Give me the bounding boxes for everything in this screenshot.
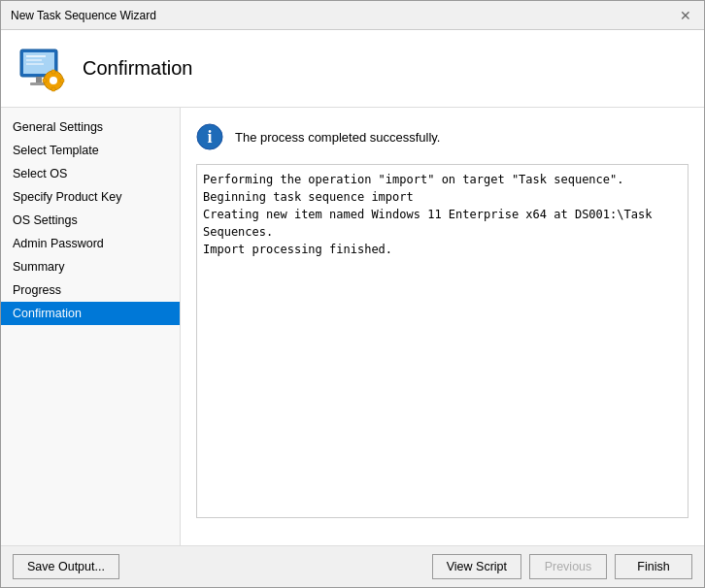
page-title: Confirmation	[83, 57, 192, 80]
main-content: i The process completed successfully. Pe…	[181, 108, 704, 545]
bottom-right-buttons: View Script Previous Finish	[432, 554, 692, 579]
wizard-icon	[17, 44, 67, 94]
sidebar-item-general-settings[interactable]: General Settings	[1, 115, 180, 139]
view-script-button[interactable]: View Script	[432, 554, 521, 579]
sidebar-item-confirmation[interactable]: Confirmation	[1, 302, 180, 325]
previous-button[interactable]: Previous	[529, 554, 607, 579]
info-icon: i	[196, 123, 223, 150]
output-box[interactable]: Performing the operation "import" on tar…	[196, 164, 688, 518]
title-bar: New Task Sequence Wizard ✕	[1, 1, 704, 30]
bottom-left-buttons: Save Output...	[13, 554, 119, 579]
svg-rect-6	[26, 63, 44, 65]
window-title: New Task Sequence Wizard	[11, 9, 156, 22]
header-area: Confirmation	[1, 30, 704, 108]
svg-text:i: i	[207, 127, 212, 147]
sidebar: General Settings Select Template Select …	[1, 108, 181, 545]
svg-rect-9	[51, 70, 55, 74]
sidebar-item-os-settings[interactable]: OS Settings	[1, 209, 180, 232]
svg-point-8	[50, 77, 57, 84]
success-message: The process completed successfully.	[235, 130, 440, 145]
svg-rect-11	[43, 79, 47, 82]
bottom-bar: Save Output... View Script Previous Fini…	[1, 545, 704, 587]
wizard-window: New Task Sequence Wizard ✕	[0, 0, 705, 588]
sidebar-item-select-os[interactable]: Select OS	[1, 162, 180, 185]
content-area: General Settings Select Template Select …	[1, 108, 704, 545]
sidebar-item-select-template[interactable]: Select Template	[1, 139, 180, 162]
save-output-button[interactable]: Save Output...	[13, 554, 119, 579]
svg-rect-2	[36, 77, 42, 82]
sidebar-item-specify-product-key[interactable]: Specify Product Key	[1, 185, 180, 209]
close-button[interactable]: ✕	[677, 7, 694, 24]
svg-rect-12	[60, 79, 64, 82]
svg-rect-5	[26, 59, 42, 61]
sidebar-item-admin-password[interactable]: Admin Password	[1, 232, 180, 255]
sidebar-item-summary[interactable]: Summary	[1, 255, 180, 278]
svg-rect-10	[51, 87, 55, 91]
sidebar-item-progress[interactable]: Progress	[1, 278, 180, 302]
finish-button[interactable]: Finish	[615, 554, 692, 579]
success-banner: i The process completed successfully.	[196, 123, 688, 150]
svg-rect-4	[26, 55, 46, 57]
